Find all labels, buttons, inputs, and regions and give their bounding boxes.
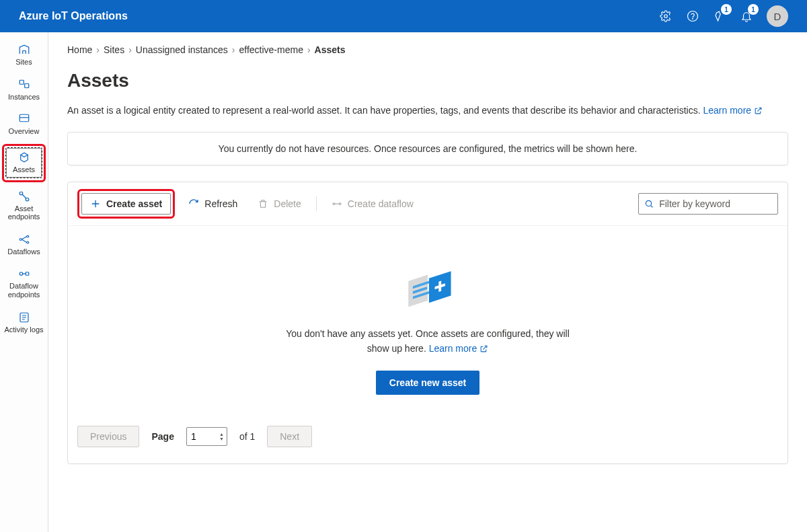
crumb-sites[interactable]: Sites (104, 44, 124, 55)
filter-input[interactable] (659, 198, 772, 209)
badge: 1 (721, 4, 732, 15)
sidebar-item-activity-logs[interactable]: Activity logs (0, 307, 48, 339)
empty-learn-more[interactable]: Learn more (429, 343, 488, 354)
settings-button[interactable] (652, 0, 679, 32)
filter-search[interactable] (638, 193, 778, 215)
no-resources-notice: You currently do not have resources. Onc… (67, 132, 788, 165)
svg-point-15 (339, 203, 341, 205)
external-link-icon (479, 344, 488, 353)
sidebar-item-assets[interactable]: Assets (5, 147, 42, 178)
page-label: Page (151, 431, 174, 442)
quickstart-button[interactable]: 1 (706, 0, 733, 32)
crumb-instance[interactable]: effective-meme (239, 44, 303, 55)
svg-point-2 (693, 18, 693, 19)
app-header: Azure IoT Operations 1 1 D (0, 0, 807, 32)
sidebar: Sites Instances Overview Assets Asset en… (0, 32, 48, 532)
crumb-unassigned[interactable]: Unassigned instances (136, 44, 228, 55)
refresh-button[interactable]: Refresh (182, 193, 244, 215)
instances-icon (17, 79, 31, 91)
sidebar-item-label: Asset endpoints (1, 204, 46, 221)
sidebar-item-dataflow-endpoints[interactable]: Dataflow endpoints (0, 263, 48, 303)
empty-illustration (395, 258, 460, 319)
plus-icon (90, 198, 101, 209)
next-button: Next (267, 426, 312, 447)
svg-point-10 (26, 241, 28, 243)
help-icon (687, 10, 699, 22)
page-of: of 1 (239, 431, 255, 442)
dataflow-icon (332, 198, 342, 209)
create-dataflow-button: Create dataflow (325, 193, 420, 215)
create-asset-highlight: Create asset (77, 189, 175, 219)
badge: 1 (748, 4, 759, 15)
svg-rect-4 (24, 83, 28, 87)
prev-button: Previous (77, 426, 139, 447)
page-input[interactable] (191, 431, 218, 442)
user-avatar[interactable]: D (767, 5, 788, 27)
learn-more-link[interactable]: Learn more (703, 105, 763, 116)
sidebar-item-overview[interactable]: Overview (0, 108, 48, 141)
sidebar-item-label: Instances (8, 93, 40, 102)
sidebar-item-label: Dataflows (7, 248, 40, 256)
activity-logs-icon (17, 311, 31, 324)
svg-point-11 (20, 272, 23, 276)
help-button[interactable] (679, 0, 706, 32)
sidebar-item-dataflows[interactable]: Dataflows (0, 229, 48, 261)
overview-icon (17, 113, 31, 125)
crumb-home[interactable]: Home (67, 44, 92, 55)
trash-icon (258, 198, 268, 209)
refresh-icon (188, 198, 199, 209)
sidebar-item-label: Activity logs (4, 326, 43, 334)
product-name: Azure IoT Operations (19, 10, 652, 22)
empty-state: You don't have any assets yet. Once asse… (68, 226, 787, 418)
assets-icon (17, 151, 31, 163)
svg-point-0 (664, 15, 668, 18)
sidebar-item-label: Assets (13, 165, 35, 174)
create-new-asset-button[interactable]: Create new asset (376, 371, 479, 395)
gear-icon (660, 10, 672, 22)
external-link-icon (754, 106, 763, 115)
page-input-wrap[interactable]: ▲▼ (186, 427, 227, 446)
svg-point-16 (646, 200, 651, 206)
pager: Previous Page ▲▼ of 1 Next (68, 418, 787, 463)
page-title: Assets (67, 70, 788, 91)
sidebar-item-label: Sites (15, 58, 32, 67)
sidebar-item-label: Overview (9, 127, 40, 136)
svg-point-1 (688, 11, 698, 22)
assets-panel: Create asset Refresh Delete Create dataf… (67, 182, 788, 464)
sidebar-highlight: Assets (2, 144, 46, 182)
page-description: An asset is a logical entity created to … (67, 105, 788, 116)
dataflow-endpoints-icon (17, 268, 31, 280)
sites-icon (17, 44, 31, 56)
breadcrumb: Home› Sites› Unassigned instances› effec… (67, 44, 788, 55)
toolbar: Create asset Refresh Delete Create dataf… (68, 182, 787, 226)
main-content: Home› Sites› Unassigned instances› effec… (48, 32, 807, 532)
page-spinner[interactable]: ▲▼ (218, 432, 225, 441)
svg-rect-5 (20, 115, 29, 122)
sidebar-item-sites[interactable]: Sites (0, 39, 48, 71)
sidebar-item-asset-endpoints[interactable]: Asset endpoints (0, 186, 48, 226)
dataflows-icon (17, 233, 31, 245)
create-asset-button[interactable]: Create asset (81, 193, 171, 215)
svg-point-8 (20, 238, 22, 240)
sidebar-item-label: Dataflow endpoints (1, 282, 46, 299)
delete-button: Delete (251, 193, 307, 215)
sidebar-item-instances[interactable]: Instances (0, 74, 48, 106)
notifications-button[interactable]: 1 (733, 0, 760, 32)
crumb-current: Assets (315, 44, 346, 55)
svg-rect-12 (26, 272, 29, 276)
svg-point-9 (26, 235, 28, 237)
empty-message: You don't have any assets yet. Once asse… (283, 327, 572, 356)
search-icon (644, 198, 654, 209)
svg-point-14 (333, 203, 335, 205)
asset-endpoints-icon (17, 190, 31, 202)
svg-rect-3 (20, 80, 24, 84)
